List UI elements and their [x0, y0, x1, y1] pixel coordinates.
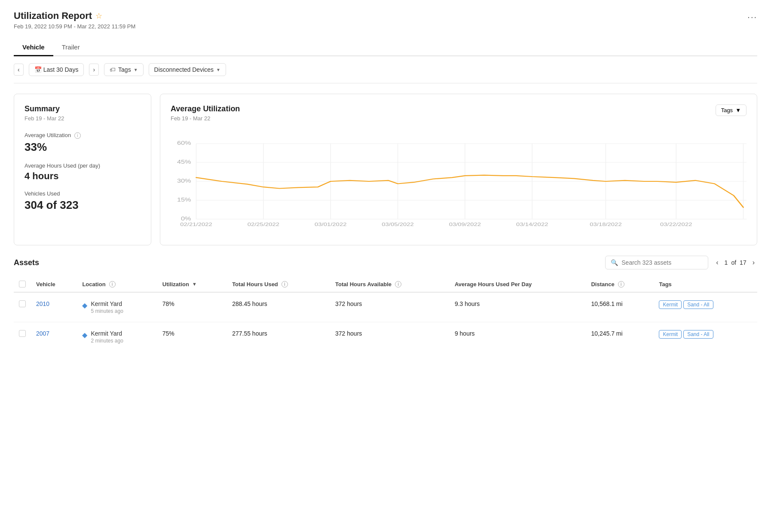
tag-badge-1-1[interactable]: Sand - All [683, 330, 713, 339]
col-total-hours-used: Total Hours Used i [227, 276, 330, 292]
svg-text:30%: 30% [177, 178, 191, 183]
col-avg-hours-per-day: Average Hours Used Per Day [450, 276, 586, 292]
vehicles-used-value: 304 of 323 [24, 199, 141, 212]
svg-text:02/25/2022: 02/25/2022 [248, 222, 279, 227]
utilization-0: 78% [157, 292, 227, 322]
tag-badge-0-1[interactable]: Sand - All [683, 300, 713, 309]
svg-text:0%: 0% [181, 216, 191, 221]
avg-hours-per-day-1: 9 hours [450, 322, 586, 352]
vehicle-link-0[interactable]: 2010 [36, 300, 49, 307]
location-cell-1: ◆ Kermit Yard 2 minutes ago [82, 330, 152, 344]
date-label: Last 30 Days [43, 66, 79, 73]
assets-table: Vehicle Location i Utilization ▼ [14, 276, 757, 352]
table-row: 2010 ◆ Kermit Yard 5 minutes ago 78% 288… [14, 292, 757, 322]
pagination-current: 1 [725, 259, 728, 266]
search-icon: 🔍 [611, 259, 618, 266]
distance-info-icon[interactable]: i [618, 281, 624, 287]
pagination: ‹ 1 of 17 › [713, 257, 757, 268]
col-total-hours-available: Total Hours Available i [330, 276, 450, 292]
col-vehicle: Vehicle [31, 276, 77, 292]
location-time-0: 5 minutes ago [91, 308, 123, 314]
svg-text:60%: 60% [177, 140, 191, 146]
svg-text:03/18/2022: 03/18/2022 [590, 222, 621, 227]
summary-card: Summary Feb 19 - Mar 22 Average Utilizat… [14, 94, 151, 245]
avg-hours-per-day-0: 9.3 hours [450, 292, 586, 322]
chart-tags-caret-icon: ▼ [735, 107, 741, 113]
total-hours-info-icon[interactable]: i [281, 281, 288, 287]
col-utilization[interactable]: Utilization ▼ [157, 276, 227, 292]
hours-available-info-icon[interactable]: i [395, 281, 401, 287]
disconnected-filter-button[interactable]: Disconnected Devices ▼ [149, 63, 226, 76]
vehicles-used-label: Vehicles Used [24, 190, 141, 197]
svg-text:45%: 45% [177, 159, 191, 165]
filters-bar: ‹ 📅 Last 30 Days › 🏷 Tags ▼ Disconnected… [14, 56, 757, 83]
date-prev-button[interactable]: ‹ [14, 64, 24, 76]
avg-util-label: Average Utilization i [24, 132, 141, 139]
pagination-prev-button[interactable]: ‹ [713, 257, 721, 268]
chart-card: Average Utilization Feb 19 - Mar 22 Tags… [160, 94, 757, 245]
utilization-1: 75% [157, 322, 227, 352]
chart-tags-label: Tags [721, 107, 733, 113]
location-icon-0: ◆ [82, 301, 87, 309]
tag-icon: 🏷 [110, 66, 116, 73]
pagination-of: of [731, 259, 736, 266]
tags-label: Tags [118, 66, 131, 73]
chart-title: Average Utilization [171, 104, 240, 113]
date-range: Feb 19, 2022 10:59 PM - Mar 22, 2022 11:… [14, 23, 135, 30]
tag-badge-0-0[interactable]: Kermit [659, 300, 682, 309]
more-options-button[interactable]: ... [747, 10, 757, 20]
row-checkbox-0[interactable] [19, 300, 26, 307]
tags-caret-icon: ▼ [134, 67, 138, 72]
avg-util-value: 33% [24, 141, 141, 154]
svg-text:03/09/2022: 03/09/2022 [449, 222, 481, 227]
chart-tags-button[interactable]: Tags ▼ [716, 104, 747, 116]
svg-text:03/05/2022: 03/05/2022 [382, 222, 413, 227]
location-time-1: 2 minutes ago [91, 338, 123, 344]
tab-vehicle[interactable]: Vehicle [14, 38, 53, 56]
svg-text:03/14/2022: 03/14/2022 [516, 222, 548, 227]
distance-1: 10,245.7 mi [586, 322, 654, 352]
summary-title: Summary [24, 104, 141, 113]
total-hours-available-1: 372 hours [330, 322, 450, 352]
location-icon-1: ◆ [82, 331, 87, 339]
avg-hours-label: Average Hours Used (per day) [24, 162, 141, 169]
vehicle-link-1[interactable]: 2007 [36, 330, 49, 337]
tab-trailer[interactable]: Trailer [53, 38, 89, 56]
row-checkbox-1[interactable] [19, 330, 26, 337]
assets-title: Assets [14, 258, 39, 267]
disconnected-label: Disconnected Devices [154, 66, 214, 73]
select-all-checkbox[interactable] [19, 281, 26, 287]
date-filter-button[interactable]: 📅 Last 30 Days [29, 63, 84, 76]
tags-filter-button[interactable]: 🏷 Tags ▼ [104, 63, 143, 76]
avg-hours-value: 4 hours [24, 171, 141, 182]
table-row: 2007 ◆ Kermit Yard 2 minutes ago 75% 277… [14, 322, 757, 352]
tag-badge-1-0[interactable]: Kermit [659, 330, 682, 339]
date-next-button[interactable]: › [89, 64, 99, 76]
search-input[interactable] [621, 259, 703, 266]
assets-section: Assets 🔍 ‹ 1 of 17 › [14, 256, 757, 352]
avg-util-info-icon[interactable]: i [74, 132, 81, 139]
total-hours-used-1: 277.55 hours [227, 322, 330, 352]
calendar-icon: 📅 [34, 66, 42, 73]
search-box[interactable]: 🔍 [605, 256, 708, 269]
total-hours-available-0: 372 hours [330, 292, 450, 322]
total-hours-used-0: 288.45 hours [227, 292, 330, 322]
summary-subtitle: Feb 19 - Mar 22 [24, 115, 141, 122]
distance-0: 10,568.1 mi [586, 292, 654, 322]
tabs-bar: Vehicle Trailer [14, 38, 757, 56]
favorite-icon[interactable]: ☆ [95, 11, 102, 21]
location-cell-0: ◆ Kermit Yard 5 minutes ago [82, 300, 152, 314]
pagination-next-button[interactable]: › [750, 257, 757, 268]
svg-text:03/01/2022: 03/01/2022 [315, 222, 346, 227]
tags-cell-1: KermitSand - All [654, 322, 757, 352]
location-info-icon[interactable]: i [109, 281, 116, 287]
svg-text:03/22/2022: 03/22/2022 [660, 222, 692, 227]
chart-subtitle: Feb 19 - Mar 22 [171, 115, 240, 122]
disconnected-caret-icon: ▼ [216, 67, 220, 72]
col-location: Location i [77, 276, 157, 292]
page-title: Utilization Report [14, 10, 92, 21]
location-name-0: Kermit Yard [91, 300, 123, 307]
utilization-sort-icon: ▼ [192, 281, 197, 287]
utilization-chart: 60% 45% 30% 15% 0% 02/21/2022 02/25/2022… [171, 139, 747, 233]
assets-controls: 🔍 ‹ 1 of 17 › [605, 256, 757, 269]
